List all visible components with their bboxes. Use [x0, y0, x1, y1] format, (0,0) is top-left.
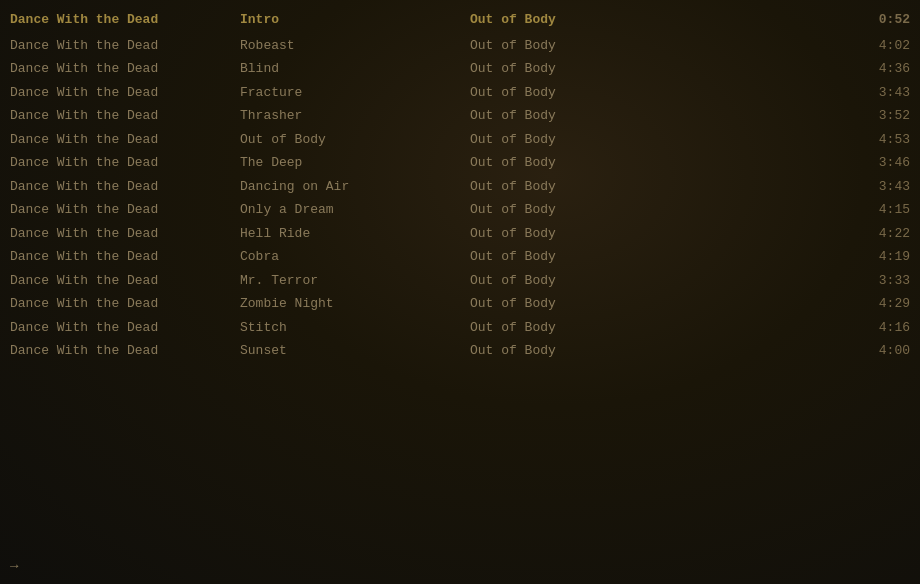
track-artist: Dance With the Dead: [10, 177, 240, 197]
table-row[interactable]: Dance With the Dead Stitch Out of Body 4…: [0, 316, 920, 340]
header-album: Out of Body: [470, 10, 670, 30]
track-artist: Dance With the Dead: [10, 247, 240, 267]
track-spacer: [670, 106, 850, 126]
table-row[interactable]: Dance With the Dead Cobra Out of Body 4:…: [0, 245, 920, 269]
track-album: Out of Body: [470, 83, 670, 103]
track-spacer: [670, 130, 850, 150]
table-row[interactable]: Dance With the Dead Only a Dream Out of …: [0, 198, 920, 222]
track-title: The Deep: [240, 153, 470, 173]
track-spacer: [670, 294, 850, 314]
track-spacer: [670, 200, 850, 220]
track-artist: Dance With the Dead: [10, 130, 240, 150]
track-title: Only a Dream: [240, 200, 470, 220]
track-duration: 4:22: [850, 224, 910, 244]
track-album: Out of Body: [470, 59, 670, 79]
track-album: Out of Body: [470, 247, 670, 267]
table-row[interactable]: Dance With the Dead Blind Out of Body 4:…: [0, 57, 920, 81]
track-album: Out of Body: [470, 341, 670, 361]
header-artist: Dance With the Dead: [10, 10, 240, 30]
track-duration: 3:43: [850, 177, 910, 197]
header-spacer: [670, 10, 850, 30]
track-title: Sunset: [240, 341, 470, 361]
track-album: Out of Body: [470, 318, 670, 338]
track-title: Stitch: [240, 318, 470, 338]
table-row[interactable]: Dance With the Dead Sunset Out of Body 4…: [0, 339, 920, 363]
track-duration: 4:36: [850, 59, 910, 79]
table-row[interactable]: Dance With the Dead Hell Ride Out of Bod…: [0, 222, 920, 246]
track-artist: Dance With the Dead: [10, 294, 240, 314]
table-row[interactable]: Dance With the Dead Robeast Out of Body …: [0, 34, 920, 58]
track-spacer: [670, 177, 850, 197]
track-spacer: [670, 59, 850, 79]
table-row[interactable]: Dance With the Dead Mr. Terror Out of Bo…: [0, 269, 920, 293]
track-album: Out of Body: [470, 224, 670, 244]
table-row[interactable]: Dance With the Dead The Deep Out of Body…: [0, 151, 920, 175]
table-row[interactable]: Dance With the Dead Dancing on Air Out o…: [0, 175, 920, 199]
table-row[interactable]: Dance With the Dead Thrasher Out of Body…: [0, 104, 920, 128]
track-duration: 4:15: [850, 200, 910, 220]
track-duration: 3:43: [850, 83, 910, 103]
track-album: Out of Body: [470, 200, 670, 220]
track-album: Out of Body: [470, 153, 670, 173]
track-artist: Dance With the Dead: [10, 106, 240, 126]
track-artist: Dance With the Dead: [10, 59, 240, 79]
table-row[interactable]: Dance With the Dead Out of Body Out of B…: [0, 128, 920, 152]
table-row[interactable]: Dance With the Dead Zombie Night Out of …: [0, 292, 920, 316]
track-title: Thrasher: [240, 106, 470, 126]
track-spacer: [670, 247, 850, 267]
track-artist: Dance With the Dead: [10, 224, 240, 244]
track-spacer: [670, 153, 850, 173]
track-title: Blind: [240, 59, 470, 79]
track-artist: Dance With the Dead: [10, 200, 240, 220]
track-album: Out of Body: [470, 177, 670, 197]
track-duration: 3:52: [850, 106, 910, 126]
track-album: Out of Body: [470, 130, 670, 150]
track-album: Out of Body: [470, 294, 670, 314]
track-duration: 4:53: [850, 130, 910, 150]
track-duration: 4:19: [850, 247, 910, 267]
track-spacer: [670, 271, 850, 291]
track-duration: 3:33: [850, 271, 910, 291]
track-duration: 4:02: [850, 36, 910, 56]
track-duration: 3:46: [850, 153, 910, 173]
track-title: Out of Body: [240, 130, 470, 150]
track-artist: Dance With the Dead: [10, 36, 240, 56]
track-artist: Dance With the Dead: [10, 153, 240, 173]
track-duration: 4:00: [850, 341, 910, 361]
track-artist: Dance With the Dead: [10, 271, 240, 291]
track-duration: 4:29: [850, 294, 910, 314]
track-album: Out of Body: [470, 106, 670, 126]
track-title: Zombie Night: [240, 294, 470, 314]
track-list: Dance With the Dead Intro Out of Body 0:…: [0, 0, 920, 371]
track-spacer: [670, 224, 850, 244]
track-title: Cobra: [240, 247, 470, 267]
track-artist: Dance With the Dead: [10, 318, 240, 338]
table-row[interactable]: Dance With the Dead Fracture Out of Body…: [0, 81, 920, 105]
header-duration: 0:52: [850, 10, 910, 30]
track-album: Out of Body: [470, 271, 670, 291]
track-duration: 4:16: [850, 318, 910, 338]
track-spacer: [670, 36, 850, 56]
track-spacer: [670, 318, 850, 338]
arrow-indicator: →: [10, 558, 18, 574]
track-spacer: [670, 341, 850, 361]
track-title: Fracture: [240, 83, 470, 103]
track-title: Mr. Terror: [240, 271, 470, 291]
track-title: Robeast: [240, 36, 470, 56]
track-title: Dancing on Air: [240, 177, 470, 197]
track-artist: Dance With the Dead: [10, 341, 240, 361]
track-album: Out of Body: [470, 36, 670, 56]
track-spacer: [670, 83, 850, 103]
track-artist: Dance With the Dead: [10, 83, 240, 103]
track-title: Hell Ride: [240, 224, 470, 244]
header-title: Intro: [240, 10, 470, 30]
table-header: Dance With the Dead Intro Out of Body 0:…: [0, 8, 920, 34]
